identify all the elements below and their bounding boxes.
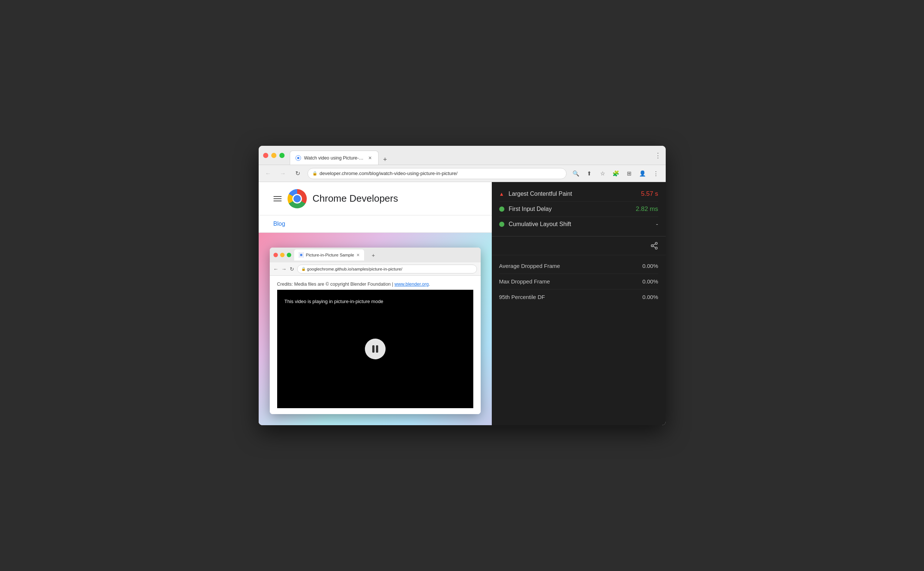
- profile-avatar[interactable]: 👤: [637, 168, 648, 179]
- hero-area: Picture-in-Picture Sample ✕ + ← → ↻ 🔒 go…: [259, 233, 492, 425]
- fid-metric-value: 2.82 ms: [636, 205, 658, 213]
- inner-back-button[interactable]: ←: [273, 266, 279, 272]
- page-area: Chrome Developers Blog: [259, 182, 666, 425]
- inner-page-content: Credits: Media files are © copyright Ble…: [270, 276, 481, 414]
- tab-title: Watch video using Picture-in-P: [304, 156, 364, 160]
- pause-button[interactable]: [365, 339, 386, 359]
- svg-point-4: [655, 242, 657, 245]
- more-options-icon[interactable]: ⋮: [651, 168, 661, 179]
- inner-forward-button[interactable]: →: [282, 266, 287, 272]
- max-dropped-frame-label: Max Dropped Frame: [499, 278, 550, 285]
- site-name: Chrome Developers: [313, 193, 398, 204]
- max-dropped-frame-value: 0.00%: [642, 278, 658, 285]
- inner-new-tab-button[interactable]: +: [369, 250, 378, 260]
- refresh-button[interactable]: ↻: [293, 168, 303, 179]
- perf-metrics-section: ▲ Largest Contentful Paint 5.57 s First …: [492, 182, 666, 236]
- svg-point-5: [651, 245, 653, 247]
- max-dropped-frame-row: Max Dropped Frame 0.00%: [499, 274, 658, 289]
- inner-credits-text: Credits: Media files are © copyright Ble…: [277, 282, 473, 287]
- inner-tab-close-button[interactable]: ✕: [356, 253, 360, 258]
- bookmark-icon[interactable]: ☆: [598, 168, 608, 179]
- url-bar[interactable]: 🔒 developer.chrome.com/blog/watch-video-…: [307, 168, 566, 179]
- inner-tab-title: Picture-in-Picture Sample: [306, 253, 354, 257]
- fid-indicator-dot: [499, 207, 504, 212]
- inner-url-text: googlechrome.github.io/samples/picture-i…: [307, 267, 403, 271]
- performance-overlay: ▲ Largest Contentful Paint 5.57 s First …: [492, 182, 666, 425]
- inner-address-bar: ← → ↻ 🔒 googlechrome.github.io/samples/p…: [270, 262, 481, 276]
- inner-traffic-lights: [273, 253, 291, 257]
- fid-metric-row: First Input Delay 2.82 ms: [499, 202, 658, 217]
- inner-close-light[interactable]: [273, 253, 278, 257]
- active-tab[interactable]: Watch video using Picture-in-P ✕: [290, 151, 379, 165]
- tab-close-button[interactable]: ✕: [367, 155, 373, 161]
- tabs-area: Watch video using Picture-in-P ✕ +: [290, 146, 661, 165]
- svg-line-8: [653, 244, 655, 245]
- avg-dropped-frame-value: 0.00%: [642, 263, 658, 269]
- browser-window: Watch video using Picture-in-P ✕ + ⋮ ← →…: [259, 146, 666, 425]
- pause-icon: [372, 345, 378, 353]
- tab-favicon-icon: [295, 155, 301, 161]
- inner-minimize-light[interactable]: [280, 253, 285, 257]
- svg-line-7: [653, 246, 655, 248]
- lcp-metric-row: ▲ Largest Contentful Paint 5.57 s: [499, 187, 658, 202]
- share-icon[interactable]: ⬆: [584, 168, 595, 179]
- p95-dropped-frame-row: 95th Percentile DF 0.00%: [499, 289, 658, 304]
- blog-link-area: Blog: [259, 215, 492, 233]
- p95-dropped-frame-value: 0.00%: [642, 294, 658, 300]
- site-header: Chrome Developers: [259, 182, 492, 215]
- cls-metric-value: -: [656, 221, 658, 228]
- cls-metric-name: Cumulative Layout Shift: [509, 221, 652, 228]
- inner-url-bar[interactable]: 🔒 googlechrome.github.io/samples/picture…: [297, 265, 477, 273]
- chrome-logo-icon: [287, 189, 307, 208]
- cls-metric-row: Cumulative Layout Shift -: [499, 217, 658, 231]
- hamburger-menu-button[interactable]: [273, 196, 282, 201]
- inner-tab-favicon-icon: [299, 252, 304, 258]
- avg-dropped-frame-row: Average Dropped Frame 0.00%: [499, 258, 658, 274]
- inner-lock-icon: 🔒: [301, 267, 305, 271]
- inner-maximize-light[interactable]: [287, 253, 291, 257]
- search-icon[interactable]: 🔍: [571, 168, 582, 179]
- svg-point-3: [300, 254, 302, 256]
- address-bar-actions: 🔍 ⬆ ☆ 🧩 ⊞ 👤 ⋮: [571, 168, 661, 179]
- video-caption: This video is playing in picture-in-pict…: [285, 299, 383, 304]
- inner-tab[interactable]: Picture-in-Picture Sample ✕: [294, 249, 364, 261]
- inner-refresh-button[interactable]: ↻: [290, 266, 294, 272]
- lcp-warning-icon: ▲: [499, 191, 504, 197]
- traffic-lights: [263, 153, 285, 158]
- p95-dropped-frame-label: 95th Percentile DF: [499, 294, 545, 300]
- cls-indicator-dot: [499, 222, 504, 227]
- perf-stats-section: Average Dropped Frame 0.00% Max Dropped …: [492, 255, 666, 307]
- lcp-metric-value: 5.57 s: [641, 190, 658, 198]
- lcp-metric-name: Largest Contentful Paint: [508, 191, 637, 197]
- blog-link[interactable]: Blog: [273, 221, 285, 227]
- svg-point-6: [655, 247, 657, 249]
- address-bar: ← → ↻ 🔒 developer.chrome.com/blog/watch-…: [259, 165, 666, 182]
- title-bar-more-button[interactable]: ⋮: [655, 151, 661, 159]
- minimize-traffic-light[interactable]: [271, 153, 276, 158]
- url-text: developer.chrome.com/blog/watch-video-us…: [320, 171, 562, 176]
- svg-point-1: [297, 157, 299, 159]
- title-bar: Watch video using Picture-in-P ✕ + ⋮: [259, 146, 666, 165]
- video-player[interactable]: This video is playing in picture-in-pict…: [277, 290, 473, 408]
- site-content: Chrome Developers Blog: [259, 182, 492, 425]
- avg-dropped-frame-label: Average Dropped Frame: [499, 263, 560, 269]
- blender-link[interactable]: www.blender.org: [395, 282, 429, 287]
- inner-browser-window: Picture-in-Picture Sample ✕ + ← → ↻ 🔒 go…: [270, 248, 481, 414]
- share-icon[interactable]: [650, 242, 658, 250]
- close-traffic-light[interactable]: [263, 153, 268, 158]
- extensions-icon[interactable]: 🧩: [611, 168, 621, 179]
- new-tab-button[interactable]: +: [380, 154, 390, 165]
- inner-title-bar: Picture-in-Picture Sample ✕ +: [270, 248, 481, 262]
- fid-metric-name: First Input Delay: [509, 206, 632, 212]
- forward-button[interactable]: →: [278, 168, 288, 179]
- back-button[interactable]: ←: [263, 168, 273, 179]
- maximize-traffic-light[interactable]: [279, 153, 285, 158]
- sidebar-toggle-icon[interactable]: ⊞: [624, 168, 635, 179]
- lock-icon: 🔒: [312, 171, 318, 176]
- share-icon-area: [492, 236, 666, 255]
